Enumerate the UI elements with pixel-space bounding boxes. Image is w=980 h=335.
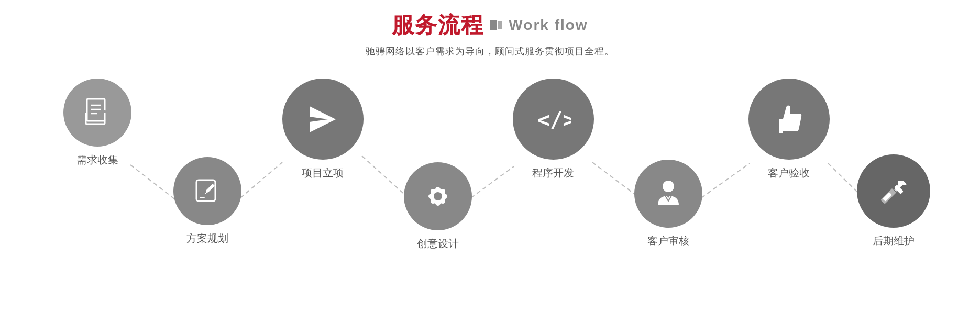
subtitle: 驰骋网络以客户需求为导向，顾问式服务贯彻项目全程。 [366,45,614,58]
divider-block-small [498,21,502,29]
title-english: Work flow [509,17,588,34]
edit-icon [194,177,221,205]
flower-icon [423,182,453,211]
svg-line-0 [130,165,174,199]
page-header: 服务流程 Work flow [392,10,588,40]
step-node-4[interactable]: 创意设计 [404,162,472,251]
step-node-2[interactable]: 方案规划 [173,157,241,245]
step-node-6[interactable]: 客户审核 [634,160,702,248]
step-label-1: 需求收集 [76,153,118,167]
title-divider [490,20,502,30]
circle-8[interactable] [857,154,930,228]
step-label-2: 方案规划 [186,231,228,245]
thumb-icon [773,103,805,136]
workflow-diagram: 需求收集 方案规划 项目立项 [45,79,935,304]
code-icon: </> [535,106,571,132]
step-label-7: 客户验收 [768,166,810,180]
svg-marker-14 [310,106,336,132]
circle-5[interactable]: </> [513,79,594,160]
circle-1[interactable] [63,79,131,147]
plane-icon [307,104,338,135]
step-label-5: 程序开发 [532,166,574,180]
divider-block-large [490,20,497,30]
svg-line-1 [240,162,282,198]
circle-7[interactable] [748,79,830,160]
step-node-5[interactable]: </> 程序开发 [513,79,594,180]
step-label-6: 客户审核 [647,234,689,248]
step-node-7[interactable]: 客户验收 [748,79,830,180]
step-node-1[interactable]: 需求收集 [63,79,131,167]
svg-line-13 [205,193,206,194]
svg-point-19 [434,192,442,200]
svg-line-6 [828,163,858,193]
step-node-3[interactable]: 项目立项 [282,79,364,180]
svg-line-3 [471,166,514,198]
svg-line-4 [592,162,635,195]
svg-text:</>: </> [537,108,571,132]
step-label-3: 项目立项 [302,166,344,180]
doc-icon [84,98,111,127]
circle-3[interactable] [282,79,364,160]
wrench-icon [878,176,909,206]
title-chinese: 服务流程 [392,10,484,40]
svg-line-5 [701,163,750,198]
svg-line-2 [362,156,405,195]
person-icon [655,179,681,208]
svg-point-21 [663,181,674,192]
circle-2[interactable] [173,157,241,225]
circle-6[interactable] [634,160,702,228]
step-node-8[interactable]: 后期维护 [857,154,930,248]
step-label-4: 创意设计 [417,237,459,251]
svg-rect-12 [196,180,215,201]
step-label-8: 后期维护 [873,234,915,248]
page: 服务流程 Work flow 驰骋网络以客户需求为导向，顾问式服务贯彻项目全程。 [0,0,980,335]
circle-4[interactable] [404,162,472,230]
